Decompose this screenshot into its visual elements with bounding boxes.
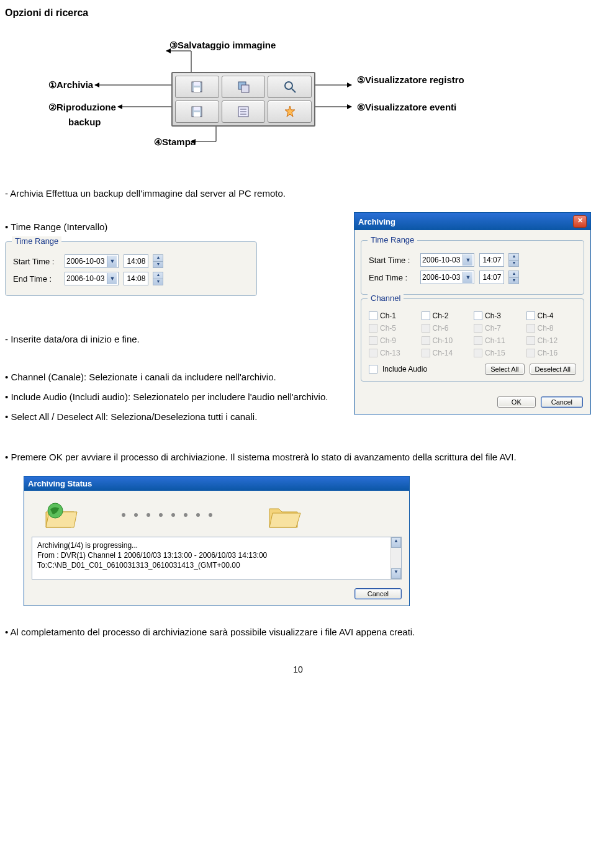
toolbar-diagram: ③Salvataggio immagine ①Archivia ②Riprodu… — [5, 37, 591, 180]
checkbox-icon — [526, 349, 535, 357]
checkbox-icon — [422, 311, 430, 320]
time-spinner[interactable]: ▲▼ — [153, 272, 163, 285]
checkbox-icon — [526, 311, 535, 320]
lbl-archivia: ①Archivia — [48, 79, 93, 91]
end-time-input[interactable]: 14:08 — [124, 272, 148, 285]
svg-point-13 — [285, 82, 292, 89]
disk-icon-2 — [190, 105, 204, 119]
toolbar-panel — [171, 72, 315, 127]
arch-start-date[interactable]: 2006-10-03▼ — [420, 253, 474, 267]
channel-label: Ch-2 — [433, 311, 449, 320]
time-spinner[interactable]: ▲▼ — [508, 271, 519, 284]
channel-label: Ch-12 — [538, 336, 558, 345]
time-spinner[interactable]: ▲▼ — [508, 253, 519, 267]
channel-checkbox[interactable]: Ch-3 — [474, 311, 524, 320]
chevron-down-icon: ▼ — [463, 272, 472, 283]
checkbox-icon — [474, 336, 482, 345]
page-title: Opzioni di ricerca — [5, 7, 591, 19]
status-cancel-button[interactable]: Cancel — [354, 588, 402, 599]
time-spinner[interactable]: ▲▼ — [153, 254, 163, 268]
channel-checkbox: Ch-11 — [474, 336, 524, 345]
archiving-titlebar: Archiving ✕ — [354, 213, 590, 230]
start-date-select[interactable]: 2006-10-03▼ — [65, 254, 119, 268]
toolbar-log-viewer-button[interactable] — [222, 101, 266, 123]
status-log: Archiving(1/4) is progressing... From : … — [32, 537, 402, 579]
ok-button[interactable]: OK — [497, 396, 536, 408]
svg-point-30 — [196, 513, 200, 517]
include-audio-checkbox[interactable] — [369, 365, 377, 374]
channel-label: Ch-9 — [380, 336, 396, 345]
checkbox-icon — [474, 349, 482, 357]
arch-end-label: End Time : — [369, 273, 415, 282]
svg-line-14 — [292, 89, 296, 92]
folder-icon — [266, 499, 304, 530]
include-audio-label: Include Audio — [382, 365, 427, 374]
toolbar-playback-button[interactable] — [222, 76, 266, 98]
channel-label: Ch-15 — [485, 349, 505, 357]
checkbox-icon — [474, 324, 482, 333]
lbl-salvataggio: ③Salvataggio immagine — [169, 40, 276, 51]
p-channel: • Channel (Canale): Selezionate i canali… — [5, 372, 329, 382]
lbl-backup: backup — [68, 117, 101, 127]
channel-checkbox: Ch-8 — [526, 324, 577, 333]
chevron-down-icon: ▼ — [107, 256, 117, 267]
channel-label: Ch-13 — [380, 349, 400, 357]
svg-marker-22 — [285, 106, 295, 117]
checkbox-icon — [369, 324, 377, 333]
magnify-icon — [283, 80, 297, 94]
arch-end-date[interactable]: 2006-10-03▼ — [420, 271, 474, 284]
lbl-vis-eventi: ⑥Visualizzatore eventi — [357, 102, 456, 113]
dots-icon — [117, 509, 229, 521]
arch-end-time[interactable]: 14:07 — [479, 271, 504, 284]
channel-checkbox[interactable]: Ch-1 — [369, 311, 419, 320]
toolbar-archive-button[interactable] — [175, 76, 219, 98]
toolbar-save-image-button[interactable] — [268, 76, 312, 98]
svg-rect-16 — [194, 107, 200, 110]
burst-icon — [283, 105, 297, 119]
channel-label: Ch-6 — [433, 324, 449, 333]
arch-start-time[interactable]: 14:07 — [479, 253, 504, 267]
checkbox-icon — [526, 336, 535, 345]
end-time-label: End Time : — [13, 274, 60, 284]
folder-globe-icon — [43, 499, 80, 530]
channel-label: Ch-1 — [380, 311, 396, 320]
archiving-title: Archiving — [358, 217, 395, 226]
checkbox-icon — [474, 311, 482, 320]
channel-checkbox: Ch-12 — [526, 336, 577, 345]
archiving-status-dialog: Archiving Status Archiving(1/4) is progr… — [24, 476, 410, 606]
page-number: 10 — [5, 664, 591, 674]
checkbox-icon — [369, 336, 377, 345]
channel-label: Ch-7 — [485, 324, 501, 333]
start-time-input[interactable]: 14:08 — [124, 254, 148, 268]
cancel-button[interactable]: Cancel — [541, 396, 583, 408]
disk-icon — [190, 80, 204, 94]
scroll-down-icon[interactable]: ▼ — [391, 568, 401, 579]
channel-label: Ch-4 — [538, 311, 554, 320]
lbl-riproduzione: ②Riproduzione — [48, 102, 116, 113]
chevron-down-icon: ▼ — [107, 273, 117, 284]
status-line1: Archiving(1/4) is progressing... — [37, 540, 397, 550]
scroll-up-icon[interactable]: ▲ — [391, 537, 401, 548]
toolbar-print-button[interactable] — [175, 101, 219, 123]
channel-checkbox[interactable]: Ch-4 — [526, 311, 577, 320]
scrollbar[interactable]: ▲ ▼ — [391, 537, 401, 579]
channel-label: Ch-10 — [433, 336, 453, 345]
overlap-icon — [237, 80, 250, 94]
time-range-legend: Time Range — [12, 236, 61, 246]
close-button[interactable]: ✕ — [573, 215, 587, 228]
status-titlebar: Archiving Status — [24, 477, 409, 491]
svg-point-31 — [209, 513, 212, 517]
checkbox-icon — [422, 349, 430, 357]
toolbar-event-viewer-button[interactable] — [268, 101, 312, 123]
end-date-select[interactable]: 2006-10-03▼ — [65, 272, 119, 285]
channel-label: Ch-3 — [485, 311, 501, 320]
deselect-all-button[interactable]: Deselect All — [530, 364, 576, 375]
svg-point-27 — [159, 513, 163, 517]
svg-point-24 — [122, 513, 125, 517]
channel-checkbox: Ch-9 — [369, 336, 419, 345]
arch-timerange-legend: Time Range — [368, 235, 417, 244]
p-selectall: • Select All / Deselect All: Seleziona/D… — [5, 411, 329, 422]
channel-checkbox[interactable]: Ch-2 — [422, 311, 472, 320]
select-all-button[interactable]: Select All — [485, 364, 524, 375]
channel-checkbox: Ch-16 — [526, 349, 577, 357]
